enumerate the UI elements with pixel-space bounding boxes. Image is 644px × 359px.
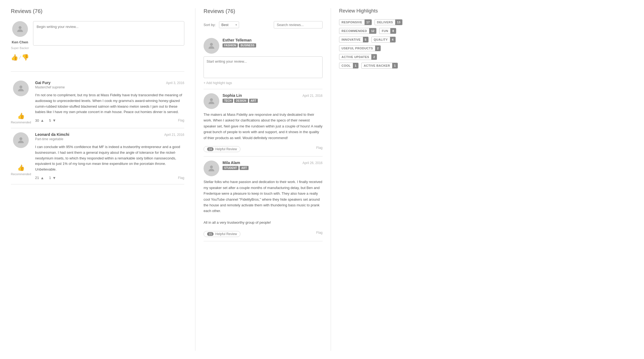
gai-fury-upvote-arrow[interactable]: ▲ xyxy=(40,118,44,123)
highlights-grid: RESPONSIVE 17 DELIVERS 13 RECOMMENDED 12… xyxy=(339,19,633,69)
leonard-upvote-count: 21 xyxy=(35,176,39,180)
mila-flag[interactable]: Flag xyxy=(316,231,323,235)
highlights-row-3: INNOVATIVE 5 QUALITY 4 xyxy=(339,37,633,43)
sort-row: Sort by: Best Recent xyxy=(204,21,323,28)
highlight-fun[interactable]: FUN 8 xyxy=(379,28,396,34)
gai-fury-body: I'm not one to compliment, but my bros a… xyxy=(35,92,184,115)
mila-tag-student: STUDENT xyxy=(223,166,239,170)
sophia-helpful-badge[interactable]: 24 Helpful Review xyxy=(204,146,240,152)
write-review-section: Ken Chen Super Backer 👍 / 👎 xyxy=(11,21,184,66)
esther-tag-business: BUSINESS xyxy=(239,43,256,47)
gai-fury-flag[interactable]: Flag xyxy=(178,118,184,122)
gai-fury-downvote-group: 5 ▼ xyxy=(49,118,56,123)
middle-title: Reviews (76) xyxy=(204,8,323,14)
gai-fury-thumb-icon: 👍 xyxy=(17,113,25,120)
highlight-active-updates[interactable]: ACTIVE UPDATES 2 xyxy=(339,54,377,60)
sophia-helpful-count: 24 xyxy=(207,147,214,151)
leonard-left: 👍 Recommended xyxy=(11,132,31,176)
slash-divider: / xyxy=(18,55,21,60)
gai-fury-upvote-count: 30 xyxy=(35,118,39,123)
thumbs-down-icon[interactable]: 👎 xyxy=(22,54,29,61)
left-title: Reviews (76) xyxy=(11,8,184,14)
leonard-downvote-count: 1 xyxy=(49,176,51,180)
highlights-title: Review Highlights xyxy=(339,8,633,14)
add-highlight-link[interactable]: + Add highlight tags xyxy=(204,81,323,85)
highlights-row-1: RESPONSIVE 17 DELIVERS 13 xyxy=(339,19,633,25)
sort-select-wrap[interactable]: Best Recent xyxy=(219,21,239,28)
highlight-quality[interactable]: QUALITY 4 xyxy=(371,37,396,43)
highlight-recommended[interactable]: RECOMMENDED 12 xyxy=(339,28,376,34)
highlight-active-backer[interactable]: ACTIVE BACKER 1 xyxy=(361,63,398,69)
review-card-leonard: 👍 Recommended Leonard da Kimchi April 21… xyxy=(11,128,184,184)
highlight-recommended-count: 12 xyxy=(369,28,376,34)
thumb-icons: 👍 / 👎 xyxy=(11,54,29,61)
highlight-responsive[interactable]: RESPONSIVE 17 xyxy=(339,19,372,25)
thumbs-up-icon[interactable]: 👍 xyxy=(11,54,18,61)
leonard-downvote-arrow[interactable]: ▼ xyxy=(52,176,56,180)
sophia-body: The makers at Mass Fidelity are responsi… xyxy=(204,112,323,141)
sophia-tag-tech: TECH xyxy=(223,99,233,103)
highlights-row-6: COOL 1 ACTIVE BACKER 1 xyxy=(339,63,633,69)
highlight-innovative-count: 5 xyxy=(363,37,368,42)
highlight-innovative-label: INNOVATIVE xyxy=(339,37,363,42)
mila-avatar xyxy=(204,161,219,176)
gai-fury-avatar xyxy=(13,81,29,96)
svg-point-2 xyxy=(20,137,22,140)
leonard-thumb-icon: 👍 xyxy=(17,164,25,171)
esther-meta: Esther Telleman FASHION BUSINESS xyxy=(223,38,323,47)
gai-fury-upvote-group: 30 ▲ xyxy=(35,118,44,123)
mila-helpful-label: Helpful Review xyxy=(215,232,237,236)
sophia-tag-design: DESIGN xyxy=(234,99,248,103)
middle-panel: Reviews (76) Sort by: Best Recent Esther… xyxy=(195,8,331,351)
highlight-cool[interactable]: COOL 1 xyxy=(339,63,359,69)
highlight-responsive-count: 17 xyxy=(365,20,372,25)
svg-point-3 xyxy=(210,43,213,46)
gai-fury-title: Masterchef supreme xyxy=(35,85,184,89)
mila-date: April 26, 2016 xyxy=(302,161,323,165)
search-reviews-input[interactable] xyxy=(274,21,323,28)
mila-alam-review: Mila Alam April 26, 2016 STUDENT ART Ste… xyxy=(204,156,323,241)
review-card-gai-fury: 👍 Recommended Gai Fury April 3, 2016 Mas… xyxy=(11,76,184,128)
highlight-fun-count: 8 xyxy=(390,28,396,34)
highlight-useful-products-label: USEFUL PRODUCTS xyxy=(339,46,375,51)
highlight-fun-label: FUN xyxy=(379,28,390,34)
highlight-useful-products-count: 2 xyxy=(375,46,381,51)
leonard-footer: 21 ▲ 1 ▼ Flag xyxy=(35,176,184,180)
right-panel: Review Highlights RESPONSIVE 17 DELIVERS… xyxy=(331,8,633,351)
leonard-body: I can conclude with 95% confidence that … xyxy=(35,144,184,172)
highlight-useful-products[interactable]: USEFUL PRODUCTS 2 xyxy=(339,45,381,51)
highlight-innovative[interactable]: INNOVATIVE 5 xyxy=(339,37,369,43)
gai-fury-date: April 3, 2016 xyxy=(166,81,184,85)
highlight-cool-count: 1 xyxy=(353,63,358,68)
highlight-active-updates-count: 2 xyxy=(371,54,377,60)
esther-name: Esther Telleman xyxy=(223,38,323,42)
highlight-delivers[interactable]: DELIVERS 13 xyxy=(375,19,402,25)
sophia-lin-review: Sophia Lin April 21, 2016 TECH DESIGN AR… xyxy=(204,89,323,156)
write-review-textarea[interactable] xyxy=(33,21,184,46)
highlight-active-backer-label: ACTIVE BACKER xyxy=(362,63,392,68)
gai-fury-meta: Gai Fury April 3, 2016 Masterchef suprem… xyxy=(35,81,184,123)
highlights-row-2: RECOMMENDED 12 FUN 8 xyxy=(339,28,633,34)
mila-tag-art: ART xyxy=(240,166,249,170)
esther-write-textarea[interactable] xyxy=(204,56,323,78)
leonard-upvote-arrow[interactable]: ▲ xyxy=(40,176,44,180)
highlights-row-4: USEFUL PRODUCTS 2 xyxy=(339,45,633,51)
mila-helpful-badge[interactable]: 15 Helpful Review xyxy=(204,231,240,237)
gai-fury-downvote-arrow[interactable]: ▼ xyxy=(52,118,56,123)
highlight-quality-count: 4 xyxy=(390,37,395,42)
sophia-tag-art: ART xyxy=(249,99,258,103)
leonard-upvote-group: 21 ▲ xyxy=(35,176,44,180)
sophia-flag[interactable]: Flag xyxy=(316,146,323,150)
svg-point-4 xyxy=(210,98,213,101)
current-user-name: Ken Chen xyxy=(12,40,28,44)
current-user-subtitle: Super Backer xyxy=(11,46,29,50)
leonard-recommended: Recommended xyxy=(11,172,31,176)
sophia-tags: TECH DESIGN ART xyxy=(223,99,323,103)
sophia-date: April 21, 2016 xyxy=(302,94,323,98)
esther-tags: FASHION BUSINESS xyxy=(223,43,323,47)
highlight-active-updates-label: ACTIVE UPDATES xyxy=(339,54,371,60)
leonard-avatar xyxy=(13,132,29,148)
leonard-flag[interactable]: Flag xyxy=(178,176,184,180)
sort-select[interactable]: Best Recent xyxy=(219,21,239,28)
highlight-delivers-label: DELIVERS xyxy=(375,20,395,25)
